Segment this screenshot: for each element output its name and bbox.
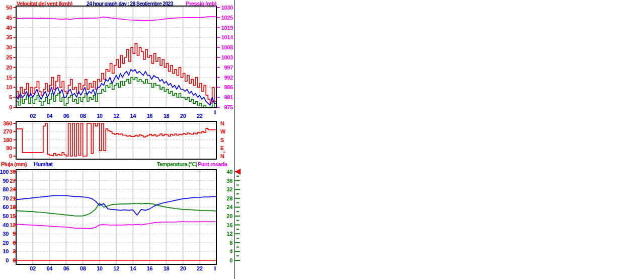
- bottom-hour-label: 12: [113, 265, 119, 271]
- humidity-ytick-label: 50: [3, 213, 9, 219]
- direction-ytick-label: 180: [4, 137, 13, 143]
- temp-ytick-label: 8: [229, 240, 232, 246]
- direction-ytick-label: 0: [9, 153, 12, 159]
- direction-ytick-label: 90: [6, 145, 12, 151]
- bottom-hour-label: 08: [80, 265, 86, 271]
- bottom-hour-label: 20: [180, 265, 186, 271]
- humidity-axis-title: Humitat: [34, 161, 52, 168]
- wind-ytick-label: 50: [6, 5, 12, 11]
- rain-ytick-label: 9: [13, 231, 16, 237]
- rain-ytick-label: 12: [10, 222, 16, 228]
- humidity-ytick-label: 40: [3, 222, 9, 228]
- current-temp-marker: [235, 169, 240, 175]
- dew-point-axis-title: Punt rosada: [198, 161, 227, 168]
- pressure-ytick-label: 1014: [221, 34, 233, 40]
- temp-ytick-label: 12: [226, 231, 232, 237]
- rain-ytick-label: 3: [13, 248, 16, 254]
- humidity-ytick-label: 0: [6, 257, 9, 263]
- direction-ytick-label: 270: [4, 128, 13, 134]
- wind-ytick-label: 30: [6, 44, 12, 50]
- wind-ytick-label: 45: [6, 15, 12, 21]
- wind-hour-label: 14: [130, 113, 136, 119]
- pressure-axis-title: Pressió (mb): [186, 1, 216, 7]
- bottom-hour-label: 10: [97, 265, 103, 271]
- bottom-hour-label: 14: [130, 265, 136, 271]
- wind-ytick-label: 35: [6, 34, 12, 40]
- bottom-hour-label: 18: [164, 265, 170, 271]
- temp-ytick-label: 24: [226, 204, 233, 210]
- pressure-ytick-label: 981: [224, 94, 233, 100]
- wind-hour-label: 22: [197, 113, 203, 119]
- compass-label: S: [220, 137, 224, 143]
- wind-hour-label: 08: [80, 113, 86, 119]
- compass-label: N: [220, 153, 224, 159]
- pressure-ytick-label: 1025: [221, 15, 233, 21]
- page-title: 24 hour graph day : 28 Septiembre 2023: [87, 1, 173, 7]
- weather-24h-graph-page: 5045403530252015105010301025101910141008…: [0, 0, 644, 279]
- wind-hour-label: 02: [30, 113, 36, 119]
- humidity-ytick-label: 60: [3, 204, 9, 210]
- wind-ytick-label: 40: [6, 25, 12, 31]
- direction-ytick-label: 360: [4, 120, 13, 126]
- wind-hour-label: 20: [180, 113, 186, 119]
- temp-ytick-label: 40: [226, 169, 232, 175]
- rain-ytick-label: 0: [13, 257, 16, 263]
- wind-hour-label: 04: [47, 113, 53, 119]
- rain-ytick-label: 24: [10, 186, 16, 192]
- rain-axis-title: Pluja (mm): [1, 161, 27, 168]
- humidity-ytick-label: 10: [3, 248, 9, 254]
- bottom-hour-label: 22: [197, 265, 203, 271]
- temp-ytick-label: 16: [226, 222, 232, 228]
- pressure-ytick-label: 992: [224, 75, 233, 81]
- humidity-ytick-label: 20: [3, 240, 9, 246]
- humidity-ytick-label: 100: [0, 169, 9, 175]
- rain-ytick-label: 6: [13, 240, 16, 246]
- wind-speed-axis-title: Velocitat del vent (kmh): [17, 1, 72, 7]
- wind-ytick-label: 0: [9, 104, 12, 110]
- humidity-ytick-label: 90: [3, 178, 9, 184]
- temp-ytick-label: 20: [226, 213, 232, 219]
- charts-canvas: 5045403530252015105010301025101910141008…: [0, 0, 644, 279]
- rain-ytick-label: 21: [10, 195, 16, 201]
- wind-ytick-label: 25: [6, 54, 12, 60]
- wind-ytick-label: 15: [6, 75, 12, 81]
- wind-hour-label: 06: [63, 113, 69, 119]
- humidity-ytick-label: 70: [3, 195, 9, 201]
- pressure-ytick-label: 1003: [221, 54, 233, 60]
- compass-label: W: [220, 128, 226, 134]
- compass-label: E: [220, 145, 224, 151]
- temperature-axis-title: Temperatura (°C): [156, 161, 197, 168]
- wind-hour-label: 10: [97, 113, 103, 119]
- bottom-hour-label: 16: [147, 265, 153, 271]
- bottom-hour-label: 04: [47, 265, 53, 271]
- pressure-ytick-label: 1008: [221, 44, 233, 50]
- pressure-ytick-label: 997: [224, 64, 233, 71]
- pressure-ytick-label: 986: [224, 84, 233, 90]
- rain-ytick-label: 18: [10, 204, 16, 210]
- temp-ytick-label: 0: [229, 257, 232, 263]
- humidity-ytick-label: 80: [3, 186, 9, 192]
- temp-ytick-label: 36: [226, 178, 232, 184]
- wind-hour-label: 12: [113, 113, 119, 119]
- rain-ytick-label: 30: [10, 169, 16, 175]
- compass-label: N: [220, 120, 224, 126]
- bottom-hour-label: 06: [63, 265, 69, 271]
- pressure-ytick-label: 1019: [221, 25, 233, 31]
- rain-ytick-label: 15: [10, 213, 16, 219]
- wind-ytick-label: 10: [6, 84, 12, 90]
- humidity-ytick-label: 30: [3, 231, 9, 237]
- temp-ytick-label: 32: [226, 186, 232, 192]
- rain-ytick-label: 27: [10, 178, 16, 184]
- temp-ytick-label: 28: [226, 195, 232, 201]
- wind-ytick-label: 20: [6, 64, 12, 71]
- wind-hour-label: 18: [164, 113, 170, 119]
- pressure-ytick-label: 975: [224, 104, 233, 110]
- temp-ytick-label: 4: [229, 248, 233, 254]
- wind-hour-label: 16: [147, 113, 153, 119]
- wind-ytick-label: 5: [9, 94, 12, 100]
- pressure-ytick-label: 1030: [221, 5, 233, 11]
- bottom-hour-label: 02: [30, 265, 36, 271]
